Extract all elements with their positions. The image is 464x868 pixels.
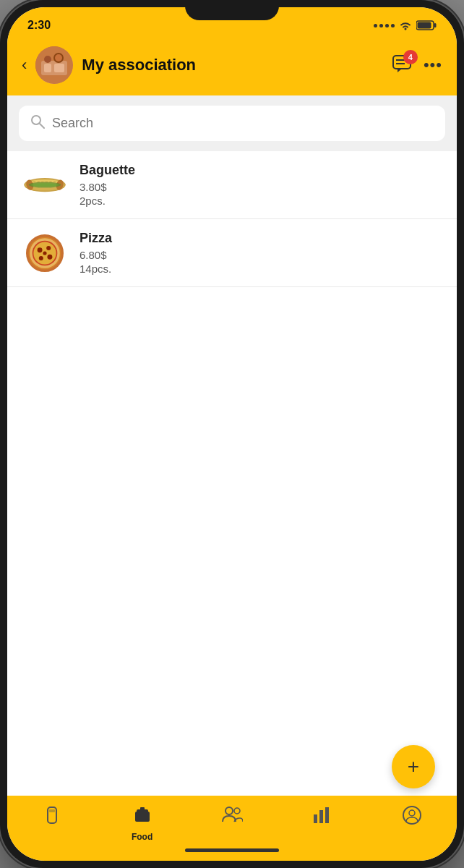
food-price-pizza: 6.80$ — [80, 249, 442, 261]
header-title: My association — [82, 56, 383, 75]
battery-icon — [416, 20, 437, 30]
svg-point-28 — [38, 247, 43, 252]
back-button[interactable]: ‹ — [22, 56, 27, 75]
people-icon — [221, 806, 243, 827]
svg-rect-7 — [54, 64, 64, 72]
content: Baguette 3.80$ 2pcs. — [7, 95, 457, 796]
svg-point-32 — [43, 251, 46, 255]
svg-point-8 — [44, 56, 51, 63]
svg-rect-35 — [49, 809, 55, 812]
svg-point-14 — [32, 116, 40, 124]
svg-line-15 — [40, 124, 44, 128]
nav-item-food[interactable]: Food — [97, 803, 186, 842]
svg-rect-42 — [319, 810, 323, 823]
svg-point-30 — [47, 254, 52, 259]
nav-item-people[interactable] — [187, 803, 277, 827]
nav-item-stats[interactable] — [277, 803, 366, 827]
screen: 2:30 — [7, 7, 457, 861]
pizza-icon — [26, 234, 64, 272]
status-icons — [374, 20, 437, 30]
svg-point-23 — [31, 183, 59, 187]
food-item-baguette[interactable]: Baguette 3.80$ 2pcs. — [7, 151, 457, 219]
home-indicator — [185, 848, 279, 852]
svg-rect-2 — [434, 23, 437, 27]
food-info-baguette: Baguette 3.80$ 2pcs. — [80, 163, 442, 207]
drinks-icon — [43, 806, 61, 830]
food-name-baguette: Baguette — [80, 163, 442, 178]
svg-rect-6 — [44, 64, 51, 72]
svg-rect-41 — [314, 814, 317, 823]
search-bar — [19, 106, 445, 141]
food-name-pizza: Pizza — [80, 231, 442, 246]
nav-item-drinks[interactable] — [7, 803, 97, 830]
notification-badge: 4 — [403, 50, 418, 64]
svg-rect-38 — [140, 807, 145, 810]
search-input[interactable] — [52, 116, 434, 131]
food-item-pizza[interactable]: Pizza 6.80$ 14pcs. — [7, 219, 457, 287]
food-qty-pizza: 14pcs. — [80, 263, 442, 275]
notch — [185, 0, 279, 20]
search-container — [7, 95, 457, 151]
header-actions: 4 ••• — [392, 54, 442, 76]
food-price-baguette: 3.80$ — [80, 181, 442, 193]
svg-point-45 — [409, 810, 415, 816]
header: ‹ My association — [7, 39, 457, 95]
svg-point-40 — [234, 808, 240, 814]
add-icon: + — [408, 755, 419, 778]
svg-rect-3 — [418, 22, 431, 29]
svg-rect-43 — [325, 807, 329, 823]
notifications-button[interactable]: 4 — [392, 54, 412, 76]
more-button[interactable]: ••• — [424, 56, 442, 75]
avatar-image — [35, 46, 73, 84]
svg-point-0 — [405, 28, 407, 30]
baguette-icon — [22, 174, 68, 197]
svg-point-31 — [39, 255, 43, 260]
food-nav-label: Food — [132, 832, 152, 842]
food-image-baguette — [22, 168, 68, 203]
svg-point-29 — [46, 246, 51, 250]
avatar — [35, 46, 73, 84]
svg-point-10 — [55, 54, 62, 61]
phone-frame: 2:30 — [0, 0, 464, 868]
add-button[interactable]: + — [392, 745, 435, 788]
status-time: 2:30 — [27, 19, 51, 32]
nav-item-account[interactable] — [367, 803, 457, 829]
search-icon — [30, 114, 45, 132]
svg-point-39 — [225, 807, 233, 814]
food-info-pizza: Pizza 6.80$ 14pcs. — [80, 231, 442, 275]
food-icon — [132, 806, 152, 829]
account-icon — [403, 806, 421, 829]
svg-rect-36 — [135, 812, 150, 822]
signal-icon — [374, 24, 395, 27]
stats-icon — [312, 806, 331, 827]
items-list: Baguette 3.80$ 2pcs. — [7, 151, 457, 796]
wifi-icon — [399, 20, 412, 30]
food-qty-baguette: 2pcs. — [80, 195, 442, 207]
food-image-pizza — [22, 236, 68, 271]
